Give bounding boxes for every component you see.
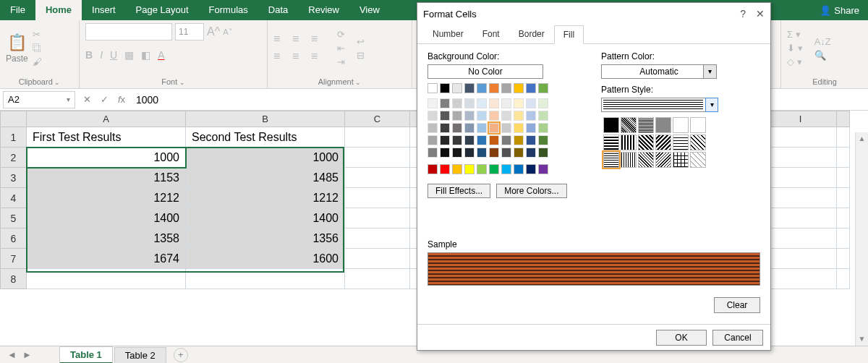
color-swatch[interactable] [526, 135, 536, 145]
col-header-i[interactable]: I [765, 111, 837, 127]
add-sheet-button[interactable]: + [174, 348, 188, 362]
pattern-swatch[interactable] [638, 134, 654, 150]
borders-icon[interactable]: ▦ [124, 49, 134, 61]
color-swatch[interactable] [452, 148, 462, 158]
close-icon[interactable]: ✕ [756, 8, 765, 20]
cell-a1[interactable]: First Test Results [27, 127, 186, 148]
ok-button[interactable]: OK [656, 330, 707, 346]
no-color-button[interactable]: No Color [427, 64, 543, 79]
pattern-swatch[interactable] [690, 152, 706, 168]
color-swatch[interactable] [477, 98, 487, 108]
color-swatch[interactable] [489, 83, 499, 93]
color-swatch[interactable] [538, 164, 548, 174]
find-select-icon[interactable]: 🔍 [814, 50, 831, 61]
cell-b4[interactable]: 1212 [186, 188, 345, 208]
color-swatch[interactable] [489, 111, 499, 121]
color-swatch[interactable] [514, 83, 524, 93]
color-swatch[interactable] [538, 98, 548, 108]
color-swatch[interactable] [489, 148, 499, 158]
cancel-formula-icon[interactable]: ✕ [78, 94, 95, 105]
tab-data[interactable]: Data [258, 0, 298, 20]
align-middle-icon[interactable]: ≡ [292, 33, 307, 47]
indent-decrease-icon[interactable]: ⇤ [337, 43, 345, 54]
row-header-7[interactable]: 7 [1, 249, 27, 269]
color-swatch[interactable] [526, 123, 536, 133]
pattern-swatch[interactable] [655, 152, 671, 168]
color-swatch[interactable] [452, 164, 462, 174]
color-swatch[interactable] [477, 83, 487, 93]
color-swatch[interactable] [464, 111, 475, 121]
pattern-swatch[interactable] [690, 134, 706, 150]
color-swatch[interactable] [464, 164, 475, 174]
clipboard-group-label[interactable]: Clipboard [0, 76, 79, 88]
color-swatch[interactable] [526, 83, 536, 93]
color-swatch[interactable] [464, 135, 475, 145]
sheet-tab-table1[interactable]: Table 1 [59, 346, 113, 364]
color-swatch[interactable] [477, 123, 487, 133]
indent-increase-icon[interactable]: ⇥ [337, 56, 345, 67]
color-swatch[interactable] [501, 135, 511, 145]
color-swatch[interactable] [501, 123, 511, 133]
pattern-color-combo[interactable]: Automatic ▾ [601, 64, 717, 79]
tab-file[interactable]: File [0, 0, 35, 20]
align-bottom-icon[interactable]: ≡ [311, 33, 326, 47]
cell-a6[interactable]: 1358 [27, 229, 186, 249]
pattern-style-combo[interactable]: ▾ [601, 98, 718, 112]
pattern-swatch[interactable] [655, 134, 671, 150]
align-top-icon[interactable]: ≡ [273, 33, 288, 47]
color-swatch[interactable] [440, 83, 450, 93]
color-swatch[interactable] [452, 98, 462, 108]
tab-view[interactable]: View [349, 0, 390, 20]
color-swatch[interactable] [440, 123, 450, 133]
col-header-b[interactable]: B [186, 111, 345, 127]
color-swatch[interactable] [477, 135, 487, 145]
color-swatch[interactable] [526, 111, 536, 121]
row-header-8[interactable]: 8 [1, 269, 27, 289]
pattern-swatch[interactable] [690, 117, 706, 133]
chevron-down-icon[interactable]: ▾ [703, 65, 716, 78]
bold-icon[interactable]: B [85, 49, 93, 61]
color-swatch[interactable] [477, 164, 487, 174]
color-swatch[interactable] [514, 135, 524, 145]
color-swatch[interactable] [477, 148, 487, 158]
orientation-icon[interactable]: ⟳ [337, 29, 345, 40]
color-swatch[interactable] [477, 111, 487, 121]
color-swatch[interactable] [501, 83, 511, 93]
cell-b7[interactable]: 1600 [186, 249, 345, 269]
align-right-icon[interactable]: ≡ [311, 50, 326, 64]
color-swatch[interactable] [489, 164, 499, 174]
color-swatch[interactable] [514, 148, 524, 158]
color-swatch[interactable] [427, 83, 438, 93]
scroll-down-icon[interactable]: ▼ [856, 333, 868, 346]
color-swatch[interactable] [538, 83, 548, 93]
color-swatch[interactable] [489, 123, 499, 133]
cell-c7[interactable] [345, 249, 410, 269]
cell-a4[interactable]: 1212 [27, 188, 186, 208]
color-swatch[interactable] [440, 111, 450, 121]
font-size-combo[interactable] [175, 23, 204, 40]
color-swatch[interactable] [464, 123, 475, 133]
underline-icon[interactable]: U [110, 49, 117, 61]
cell-c4[interactable] [345, 188, 410, 208]
pattern-swatch[interactable] [638, 117, 654, 133]
sheet-nav-prev-icon[interactable]: ◄ [7, 349, 17, 360]
cell-c6[interactable] [345, 229, 410, 249]
color-swatch[interactable] [440, 164, 450, 174]
cell-b5[interactable]: 1400 [186, 208, 345, 229]
tab-page-layout[interactable]: Page Layout [126, 0, 199, 20]
italic-icon[interactable]: I [100, 49, 103, 61]
color-swatch[interactable] [489, 98, 499, 108]
dlg-tab-fill[interactable]: Fill [554, 25, 584, 44]
dialog-titlebar[interactable]: Format Cells ? ✕ [417, 3, 770, 25]
cell-a2[interactable]: 1000 [27, 148, 186, 168]
color-swatch[interactable] [514, 164, 524, 174]
sort-filter-icon[interactable]: A↓Z [814, 36, 831, 47]
tab-home[interactable]: Home [35, 0, 82, 20]
cell-b1[interactable]: Second Test Results [186, 127, 345, 148]
cell-c5[interactable] [345, 208, 410, 229]
cell-b8[interactable] [186, 269, 345, 289]
fill-color-icon[interactable]: ◧ [141, 49, 150, 61]
vertical-scrollbar[interactable]: ▲ ▼ [855, 132, 868, 346]
color-swatch[interactable] [501, 164, 511, 174]
color-swatch[interactable] [538, 148, 548, 158]
